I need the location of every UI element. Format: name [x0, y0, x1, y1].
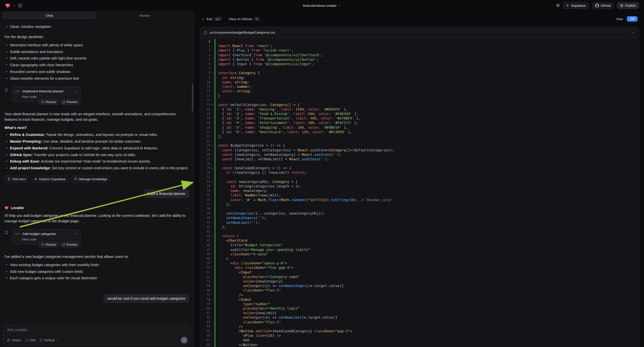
line-number: 24 [200, 143, 210, 148]
chevron-right-icon [69, 90, 77, 93]
code-text [215, 98, 220, 102]
code-line: 51 <div className="flex gap-4"> [200, 265, 639, 270]
fold-chevron-icon[interactable] [210, 102, 214, 107]
project-name-menu[interactable]: financial-future-creator [303, 0, 341, 11]
manage-knowledge-button[interactable]: Manage knowledge [71, 176, 110, 183]
fold-chevron-icon [210, 184, 214, 188]
whats-next-list: Refine & Customize: Tweak the design, an… [6, 132, 190, 171]
line-number: 68 [200, 342, 210, 347]
visit-docs-button[interactable]: Visit docs [4, 176, 29, 183]
sidebar-toggle-icon[interactable] [18, 4, 22, 8]
fold-chevron-icon [210, 261, 214, 265]
bookmark-icon[interactable] [4, 229, 8, 244]
fold-chevron-icon[interactable] [210, 71, 214, 75]
fold-chevron-icon[interactable] [210, 234, 214, 238]
code-line: 37 }; [200, 202, 639, 206]
code-text: limit: number; [215, 84, 252, 89]
code-text: { id: '3', name: 'Transportation', limit… [215, 116, 360, 120]
code-line: 17 { id: '2', name: 'Food & Dining', lim… [200, 112, 639, 116]
supabase-button[interactable]: Supabase [563, 2, 589, 9]
code-text: color: string; [215, 89, 252, 93]
code-text [215, 139, 220, 143]
fold-chevron-icon [210, 216, 214, 220]
publish-button[interactable]: Publish [617, 2, 639, 9]
tab-history[interactable]: History [98, 12, 192, 19]
edit-button[interactable]: Edit [26, 338, 35, 342]
code-line: 19 { id: '4', name: 'Entertainment', lim… [200, 120, 639, 125]
fold-chevron-icon [210, 134, 214, 139]
mode-selector[interactable]: Default [40, 338, 58, 342]
github-icon [595, 4, 599, 8]
view-code-link[interactable]: View code [15, 95, 77, 98]
user-message: would be cool if you could add budget ca… [103, 294, 190, 303]
bookmark-icon[interactable] [4, 87, 8, 102]
fold-chevron-icon[interactable] [210, 180, 214, 184]
line-number: 38 [200, 206, 210, 211]
code-text: id: String(categories.length + 1), [215, 184, 302, 188]
code-text: <div className="space-y-6"> [215, 261, 287, 265]
chevron-down-icon [56, 339, 58, 342]
code-lines: 1 2import React from 'react';3import { P… [200, 39, 639, 347]
code-text: subtitle="Manage your spending limits" [215, 248, 310, 252]
line-number: 50 [200, 261, 210, 265]
line-number: 9 [200, 76, 210, 80]
line-number: 49 [200, 256, 210, 261]
line-number: 28 [200, 161, 210, 166]
code-line: 42 }; [200, 225, 639, 229]
file-header[interactable]: src/components/budget/BudgetCategories.t… [200, 27, 639, 38]
code-line: 49 > [200, 256, 639, 261]
chat-messages: Clean, intuitive navigation For the desi… [0, 21, 194, 322]
code-line: 43 [200, 229, 639, 234]
chevron-up-icon[interactable] [632, 31, 635, 34]
diff-toggle[interactable]: Diff [627, 16, 638, 22]
line-number: 63 [200, 320, 210, 324]
view-code-link[interactable]: View code [15, 238, 77, 241]
send-button[interactable]: ↑ [181, 337, 188, 344]
code-text: name: newCategory, [215, 188, 268, 193]
github-button[interactable]: GitHub [592, 2, 614, 9]
version-card-add-budget-categories[interactable]: </> Add budget categories View code Rest… [12, 229, 81, 244]
line-number: 61 [200, 311, 210, 315]
code-text: const [newLimit, setNewLimit] = React.us… [215, 157, 329, 161]
code-line: 46 title="Budget Categories" [200, 243, 639, 247]
explore-supabase-button[interactable]: Explore Supabase [31, 176, 68, 183]
line-number: 45 [200, 238, 210, 243]
code-text: name: string; [215, 80, 249, 84]
code-text: import { Plus } from 'lucide-react'; [215, 48, 293, 52]
chat-composer[interactable]: Ask Lovable... Attach Edit Default ↑ [3, 324, 191, 346]
restore-button[interactable]: Restore [39, 99, 58, 105]
lovable-logo-heart-icon[interactable] [5, 3, 10, 8]
fold-chevron-icon [210, 66, 214, 71]
preview-button[interactable]: Preview [60, 242, 80, 248]
settings-gear-icon[interactable]: ⚙ [556, 3, 560, 8]
logo-menu-chevron-down-icon[interactable] [13, 4, 16, 7]
fold-chevron-icon[interactable] [210, 166, 214, 170]
code-text [215, 161, 220, 166]
code-text: const newCategoryObj: Category = { [215, 180, 298, 184]
view-on-github-button[interactable]: View on GitHub G [229, 17, 260, 21]
exit-button[interactable]: Exit esc [202, 17, 222, 21]
restore-button[interactable]: Restore [39, 242, 58, 248]
fold-chevron-icon [210, 338, 214, 342]
code-line: 55 onChange={(e) => setNewCategory(e.tar… [200, 284, 639, 288]
chat-scrollbar[interactable] [192, 84, 193, 112]
fold-chevron-icon [210, 256, 214, 261]
fold-chevron-icon [210, 112, 214, 116]
fold-chevron-icon[interactable] [210, 143, 214, 148]
attach-button[interactable]: Attach [7, 338, 21, 342]
tab-chat[interactable]: Chat [2, 12, 96, 19]
preview-button[interactable]: Preview [60, 99, 80, 105]
version-card-implement-financial-planner[interactable]: </> Implement financial planner View cod… [12, 87, 81, 102]
line-number: 67 [200, 338, 210, 342]
code-editor[interactable]: 1 2import React from 'react';3import { P… [200, 38, 639, 347]
code-icon: </> [15, 90, 20, 93]
line-number: 17 [200, 112, 210, 116]
fold-chevron-icon [210, 80, 214, 84]
code-text: import React from 'react'; [215, 44, 272, 48]
raw-toggle[interactable]: Raw [616, 17, 623, 21]
line-number: 60 [200, 306, 210, 311]
chat-input[interactable]: Ask Lovable... [7, 328, 187, 332]
design-bullet-list: Minimalist interface with plenty of whit… [6, 42, 190, 82]
fold-chevron-icon [210, 324, 214, 329]
message-menu-ellipsis-icon[interactable]: ⋯ [186, 206, 190, 210]
